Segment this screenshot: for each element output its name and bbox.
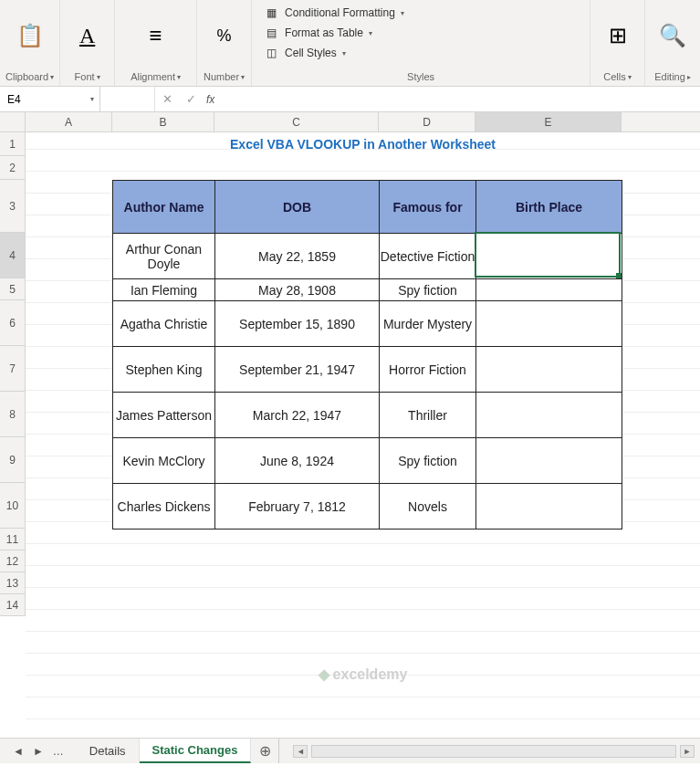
chevron-down-icon: ▾ [342, 49, 346, 58]
column-headers: ABCDE [26, 112, 700, 132]
table-cell[interactable] [476, 438, 622, 484]
tab-nav-more-icon[interactable]: … [53, 745, 64, 758]
row-header-10[interactable]: 10 [0, 483, 25, 529]
table-cell[interactable]: September 15, 1890 [215, 301, 380, 347]
alignment-icon[interactable]: ≡ [140, 17, 172, 54]
table-cell[interactable] [476, 393, 622, 438]
enter-formula-button[interactable]: ✓ [179, 87, 203, 111]
group-label: Clipboard [5, 71, 48, 82]
table-cell[interactable] [476, 234, 622, 279]
chevron-down-icon[interactable]: ▾ [241, 73, 245, 81]
chevron-down-icon[interactable]: ▾ [628, 73, 632, 81]
table-cell[interactable]: March 22, 1947 [215, 393, 380, 438]
watermark: ◆exceldemy [319, 666, 408, 683]
column-header-D[interactable]: D [379, 112, 475, 131]
ribbon-group-styles: ▦Conditional Formatting▾ ▤Format as Tabl… [252, 0, 590, 86]
cell-styles-icon: ◫ [263, 45, 279, 61]
paste-icon[interactable]: 📋 [14, 17, 47, 54]
cell-styles-button[interactable]: ◫Cell Styles▾ [261, 44, 348, 62]
table-header[interactable]: DOB [215, 181, 380, 234]
cells-area[interactable]: Excel VBA VLOOKUP in Another Worksheet A… [26, 132, 700, 738]
table-cell[interactable]: September 21, 1947 [215, 347, 380, 393]
table-cell[interactable] [476, 301, 622, 347]
table-cell[interactable] [476, 484, 622, 530]
column-header-C[interactable]: C [214, 112, 379, 131]
table-cell[interactable]: Ian Fleming [113, 279, 215, 301]
cancel-formula-button[interactable]: ✕ [155, 87, 179, 111]
name-box[interactable]: E4▾ [0, 87, 100, 111]
ribbon-group-editing: 🔍 Editing▸ [645, 0, 700, 86]
table-cell[interactable] [476, 279, 622, 301]
tab-nav-prev-icon[interactable]: ◄ [13, 745, 24, 758]
table-cell[interactable]: Arthur Conan Doyle [113, 234, 215, 279]
column-header-E[interactable]: E [475, 112, 622, 131]
sheet-tab-static-changes[interactable]: Static Changes [140, 739, 252, 763]
table-cell[interactable]: Stephen King [113, 347, 215, 393]
worksheet-grid[interactable]: ABCDE 1234567891011121314 Excel VBA VLOO… [0, 112, 700, 738]
table-cell[interactable]: Novels [380, 484, 476, 530]
tab-nav-next-icon[interactable]: ► [33, 745, 44, 758]
chevron-down-icon[interactable]: ▾ [177, 73, 181, 81]
cells-icon[interactable]: ⊞ [601, 17, 634, 54]
find-icon[interactable]: 🔍 [656, 17, 689, 54]
table-header[interactable]: Famous for [380, 181, 476, 234]
table-cell[interactable]: Horror Fiction [380, 347, 476, 393]
row-header-1[interactable]: 1 [0, 132, 25, 156]
chevron-down-icon[interactable]: ▾ [97, 73, 100, 81]
scroll-track[interactable] [311, 745, 676, 758]
table-cell[interactable]: Spy fiction [380, 279, 476, 301]
table-cell[interactable]: Spy fiction [380, 438, 476, 484]
font-icon[interactable]: A [71, 17, 104, 54]
row-header-11[interactable]: 11 [0, 529, 25, 551]
scroll-right-icon[interactable]: ► [680, 745, 695, 758]
row-header-3[interactable]: 3 [0, 180, 25, 233]
table-cell[interactable]: Thriller [380, 393, 476, 438]
chevron-down-icon: ▾ [401, 9, 404, 17]
table-header[interactable]: Birth Place [476, 181, 622, 234]
ribbon-group-alignment: ≡ Alignment▾ [115, 0, 197, 86]
chevron-right-icon[interactable]: ▸ [687, 73, 691, 81]
table-cell[interactable] [476, 347, 622, 393]
horizontal-scrollbar[interactable]: ◄ ► [287, 739, 700, 763]
row-header-13[interactable]: 13 [0, 572, 25, 594]
group-label: Font [75, 71, 95, 82]
format-as-table-button[interactable]: ▤Format as Table▾ [261, 24, 374, 42]
add-sheet-button[interactable]: ⊕ [251, 739, 278, 763]
table-cell[interactable]: May 22, 1859 [215, 234, 380, 279]
row-header-2[interactable]: 2 [0, 156, 25, 180]
row-header-4[interactable]: 4 [0, 233, 25, 278]
table-cell[interactable]: James Patterson [113, 393, 215, 438]
fx-label[interactable]: fx [203, 87, 218, 111]
row-header-5[interactable]: 5 [0, 278, 25, 300]
table-cell[interactable]: May 28, 1908 [215, 279, 380, 301]
scroll-left-icon[interactable]: ◄ [293, 745, 308, 758]
sheet-tab-details[interactable]: Details [77, 739, 140, 763]
table-header[interactable]: Author Name [113, 181, 215, 234]
row-header-7[interactable]: 7 [0, 346, 25, 392]
row-header-8[interactable]: 8 [0, 392, 25, 437]
chevron-down-icon[interactable]: ▾ [90, 95, 94, 103]
table-cell[interactable]: February 7, 1812 [215, 484, 380, 530]
group-label: Number [204, 71, 239, 82]
row-header-6[interactable]: 6 [0, 300, 25, 346]
table-cell[interactable]: Agatha Christie [113, 301, 215, 347]
conditional-formatting-button[interactable]: ▦Conditional Formatting▾ [261, 4, 406, 22]
row-headers: 1234567891011121314 [0, 132, 26, 616]
column-header-A[interactable]: A [26, 112, 112, 131]
formula-input[interactable] [218, 87, 700, 111]
select-all-corner[interactable] [0, 112, 26, 132]
table-cell[interactable]: Charles Dickens [113, 484, 215, 530]
row-header-14[interactable]: 14 [0, 594, 25, 616]
group-label: Editing [654, 71, 685, 82]
row-header-9[interactable]: 9 [0, 437, 25, 483]
table-cell[interactable]: Kevin McClory [113, 438, 215, 484]
sheet-tabs-bar: ◄ ► … Details Static Changes ⊕ ◄ ► [0, 738, 700, 763]
table-cell[interactable]: Detective Fiction [380, 234, 476, 279]
number-icon[interactable]: % [208, 17, 241, 54]
table-cell[interactable]: June 8, 1924 [215, 438, 380, 484]
row-header-12[interactable]: 12 [0, 551, 25, 572]
column-header-B[interactable]: B [112, 112, 214, 131]
chevron-down-icon[interactable]: ▾ [50, 73, 54, 81]
data-table: Author NameDOBFamous forBirth PlaceArthu… [112, 180, 622, 530]
table-cell[interactable]: Murder Mystery [380, 301, 476, 347]
